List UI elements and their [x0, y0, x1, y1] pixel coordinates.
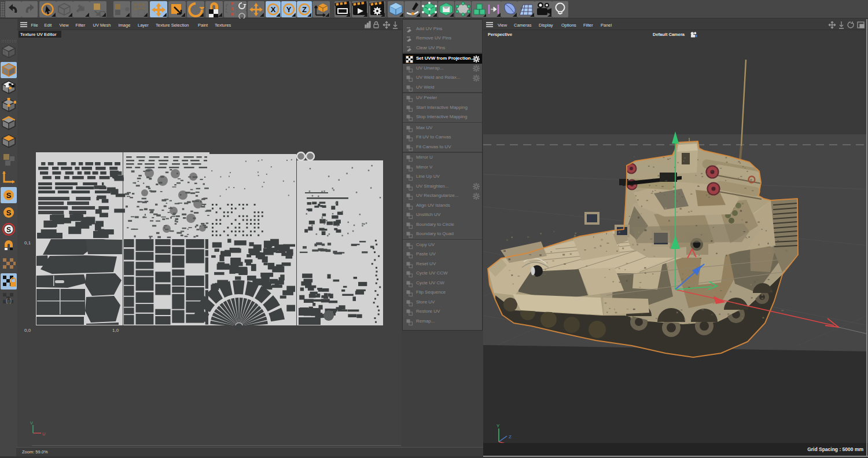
svg-text:Z: Z [302, 5, 307, 14]
svg-text:1,0: 1,0 [112, 328, 119, 333]
svg-text:S: S [6, 226, 11, 234]
svg-text:S: S [6, 208, 12, 217]
svg-text:V: V [30, 420, 33, 426]
svg-text:Z: Z [509, 434, 512, 439]
svg-text:0,0: 0,0 [24, 328, 31, 333]
svg-text:S: S [6, 191, 12, 200]
svg-text:U: U [42, 431, 45, 437]
svg-text:X: X [271, 5, 276, 14]
svg-text:( ): ( ) [6, 297, 12, 304]
svg-text:0,1: 0,1 [24, 240, 31, 246]
svg-text:Y: Y [496, 423, 500, 428]
svg-text:Y: Y [286, 5, 292, 14]
